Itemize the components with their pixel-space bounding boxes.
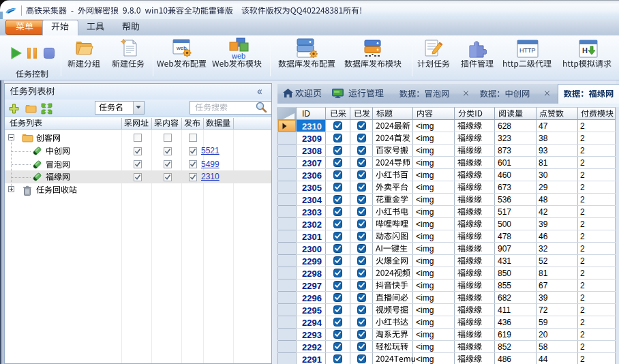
svg-text:web: web bbox=[176, 45, 187, 51]
svg-text:HTTP: HTTP bbox=[519, 47, 536, 54]
svg-text:web: web bbox=[231, 52, 245, 60]
svg-text:H: H bbox=[582, 46, 588, 55]
